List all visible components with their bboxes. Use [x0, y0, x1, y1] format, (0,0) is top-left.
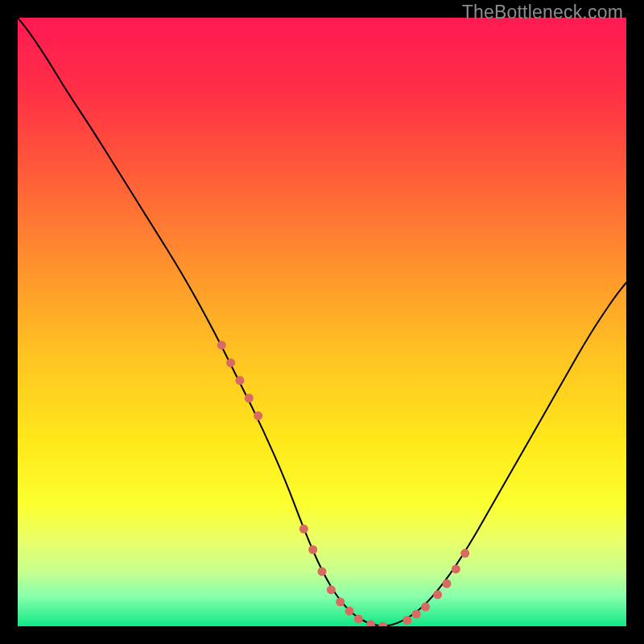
marker-dot [245, 394, 254, 402]
marker-dot [433, 590, 442, 599]
marker-dot [442, 580, 451, 588]
marker-dot [336, 597, 345, 606]
marker-dot [402, 616, 411, 625]
marker-dot [217, 341, 226, 349]
marker-dot [421, 602, 430, 611]
marker-dot [254, 411, 262, 420]
gradient-background [18, 18, 626, 626]
marker-dot [235, 376, 244, 385]
marker-dot [452, 564, 460, 573]
marker-dot [460, 549, 469, 558]
marker-dot [308, 545, 317, 554]
marker-dot [412, 609, 421, 618]
bottleneck-chart [18, 18, 626, 626]
watermark-text: TheBottleneck.com [462, 2, 623, 23]
marker-dot [299, 525, 308, 534]
marker-dot [327, 585, 336, 594]
marker-dot [345, 607, 354, 616]
marker-dot [318, 567, 327, 576]
chart-frame [18, 18, 626, 626]
marker-dot [226, 358, 235, 367]
marker-dot [354, 614, 363, 623]
